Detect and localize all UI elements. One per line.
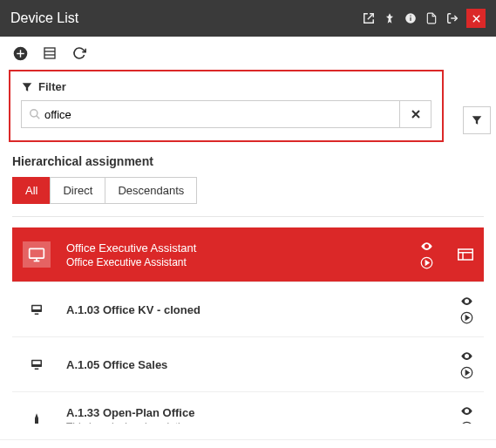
- svg-point-9: [31, 110, 37, 117]
- eye-icon[interactable]: [460, 404, 473, 417]
- play-icon[interactable]: [420, 256, 433, 269]
- svg-point-26: [461, 422, 472, 424]
- play-icon[interactable]: [460, 311, 473, 324]
- detail-icon[interactable]: [458, 248, 473, 261]
- list-item-sub: Office Executive Assistant: [66, 256, 404, 268]
- svg-rect-2: [410, 16, 411, 17]
- filter-icon: [21, 81, 33, 93]
- device-list[interactable]: Office Executive Assistant Office Execut…: [12, 227, 484, 424]
- filter-panel: Filter: [9, 70, 444, 142]
- svg-rect-6: [44, 48, 55, 58]
- list-item-actions: [460, 350, 473, 379]
- list-item-actions: [460, 295, 473, 324]
- device-icon: [23, 296, 51, 322]
- list-item[interactable]: A.1.03 Office KV - cloned: [12, 282, 484, 337]
- add-button[interactable]: [12, 45, 28, 61]
- section-title: Hierarchical assignment: [0, 142, 496, 177]
- list-item-text: A.1.03 Office KV - cloned: [66, 303, 445, 316]
- eye-icon[interactable]: [420, 240, 433, 253]
- eye-icon[interactable]: [460, 295, 473, 308]
- monitor-icon: [23, 241, 51, 268]
- device-list-wrap: Office Executive Assistant Office Execut…: [12, 227, 484, 424]
- svg-rect-23: [33, 361, 41, 364]
- info-icon[interactable]: [404, 11, 418, 25]
- list-item[interactable]: A.1.33 Open-Plan Office This is a device…: [12, 392, 484, 424]
- list-item[interactable]: Office Executive Assistant Office Execut…: [12, 227, 484, 282]
- filter-label: Filter: [38, 80, 66, 93]
- search-icon: [29, 108, 41, 120]
- svg-rect-20: [35, 314, 39, 316]
- svg-rect-24: [35, 369, 39, 370]
- eye-icon[interactable]: [460, 350, 473, 363]
- list-item-title: Office Executive Assistant: [66, 241, 404, 255]
- pdf-icon[interactable]: [425, 11, 438, 25]
- svg-line-10: [37, 116, 40, 119]
- pagination-status: 1 to 9 of 9 Devices: [0, 439, 496, 448]
- assignment-tabs: All Direct Descendants: [0, 177, 496, 216]
- tab-descendants[interactable]: Descendants: [105, 177, 197, 204]
- svg-rect-15: [459, 249, 473, 260]
- separator: [12, 216, 484, 217]
- play-icon[interactable]: [460, 421, 473, 424]
- pin-icon[interactable]: [383, 11, 397, 25]
- list-item-title: A.1.33 Open-Plan Office: [66, 406, 445, 419]
- list-item-actions: [460, 404, 473, 424]
- close-button[interactable]: [466, 9, 486, 28]
- refresh-button[interactable]: [71, 45, 87, 61]
- list-item-text: A.1.05 Office Sales: [66, 358, 445, 371]
- header-actions: [362, 9, 486, 28]
- toolbar: [0, 37, 496, 70]
- list-view-button[interactable]: [42, 45, 58, 61]
- svg-rect-5: [17, 52, 24, 53]
- svg-rect-11: [30, 248, 44, 258]
- search-input-wrap[interactable]: [21, 100, 400, 128]
- list-item-sub: This is a device description: [66, 421, 445, 424]
- tab-all[interactable]: All: [12, 177, 51, 204]
- advanced-filter-button[interactable]: [463, 106, 491, 134]
- window-title: Device List: [10, 10, 78, 26]
- play-icon[interactable]: [460, 366, 473, 379]
- sensor-icon: [23, 406, 51, 424]
- window-header: Device List: [0, 0, 496, 37]
- list-item[interactable]: A.1.05 Office Sales: [12, 337, 484, 392]
- clear-filter-button[interactable]: [400, 100, 431, 128]
- logout-icon[interactable]: [445, 11, 459, 25]
- device-icon: [23, 351, 51, 377]
- external-link-icon[interactable]: [362, 11, 376, 25]
- list-item-title: A.1.03 Office KV - cloned: [66, 303, 445, 316]
- list-item-text: Office Executive Assistant Office Execut…: [66, 241, 404, 268]
- search-input[interactable]: [41, 103, 392, 126]
- svg-rect-19: [33, 306, 41, 309]
- list-item-actions: [420, 240, 433, 269]
- list-item-title: A.1.05 Office Sales: [66, 358, 445, 371]
- tab-direct[interactable]: Direct: [50, 177, 105, 204]
- filter-input-row: [21, 100, 431, 128]
- filter-label-row: Filter: [21, 80, 431, 93]
- list-item-text: A.1.33 Open-Plan Office This is a device…: [66, 406, 445, 424]
- svg-rect-1: [410, 17, 411, 21]
